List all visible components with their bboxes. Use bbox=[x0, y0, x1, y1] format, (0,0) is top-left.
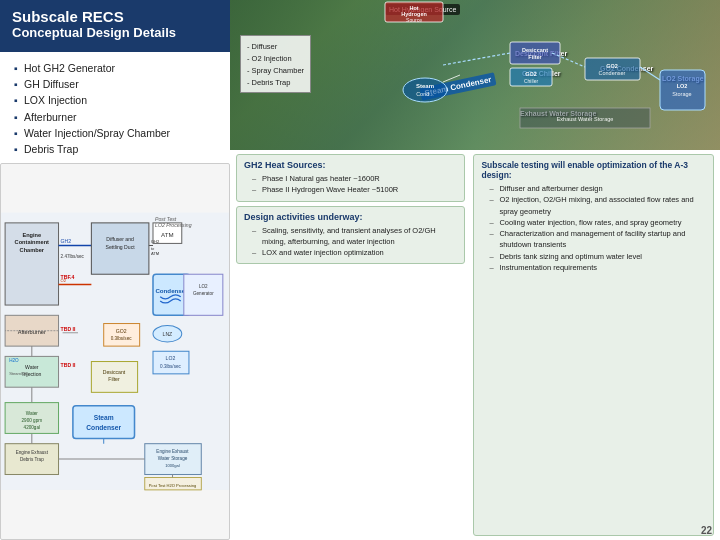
svg-text:0.3lbs/sec: 0.3lbs/sec bbox=[111, 336, 132, 341]
photo-list-item: - O2 Injection bbox=[247, 53, 304, 65]
svg-text:TBD II: TBD II bbox=[61, 362, 76, 368]
subscale-item: Debris tank sizing and optimum water lev… bbox=[481, 251, 706, 262]
gh2-item: Phase I Natural gas heater ~1600R bbox=[244, 173, 457, 184]
bottom-info: GH2 Heat Sources: Phase I Natural gas he… bbox=[230, 150, 720, 540]
hot-hydrogen-label: Hot Hydrogen Source bbox=[385, 4, 460, 15]
gh2-item: Phase II Hydrogen Wave Heater ~5100R bbox=[244, 184, 457, 195]
photo-list-item: - Debris Trap bbox=[247, 77, 304, 89]
svg-text:Generator: Generator bbox=[193, 291, 214, 296]
gh2-items-list: Phase I Natural gas heater ~1600RPhase I… bbox=[244, 173, 457, 196]
design-item: Scaling, sensitivity, and transient anal… bbox=[244, 225, 457, 248]
svg-text:Filter: Filter bbox=[108, 377, 120, 383]
svg-text:LO2: LO2 bbox=[199, 284, 208, 289]
svg-text:Condenser: Condenser bbox=[86, 425, 121, 432]
svg-text:GH2: GH2 bbox=[61, 239, 72, 245]
bullet-item: LOX Injection bbox=[14, 92, 220, 108]
bullet-item: Debris Trap bbox=[14, 141, 220, 157]
svg-text:LNZ: LNZ bbox=[163, 331, 173, 337]
svg-text:Engine: Engine bbox=[22, 233, 41, 239]
svg-text:Afterburner: Afterburner bbox=[18, 329, 46, 335]
photo-list-item: - Diffuser bbox=[247, 41, 304, 53]
svg-text:Diffuser and: Diffuser and bbox=[106, 237, 134, 243]
svg-text:Chamber: Chamber bbox=[20, 247, 45, 253]
svg-text:Condenser: Condenser bbox=[155, 287, 188, 294]
info-right-column: Subscale testing will enable optimizatio… bbox=[473, 154, 714, 536]
gh2-heat-box: GH2 Heat Sources: Phase I Natural gas he… bbox=[236, 154, 465, 202]
svg-text:LO2 Processing: LO2 Processing bbox=[155, 222, 192, 228]
bullet-item: Afterburner bbox=[14, 109, 220, 125]
subscale-item: Characterization and management of facil… bbox=[481, 228, 706, 251]
bullet-item: GH Diffuser bbox=[14, 76, 220, 92]
svg-text:TBD II: TBD II bbox=[61, 326, 76, 332]
subscale-box: Subscale testing will enable optimizatio… bbox=[473, 154, 714, 536]
svg-text:Water Storage: Water Storage bbox=[158, 457, 188, 462]
loz-storage-label: LO2 Storage bbox=[662, 75, 704, 82]
svg-text:O2: O2 bbox=[61, 279, 67, 284]
svg-text:1000gal: 1000gal bbox=[165, 464, 180, 469]
conceptual-title: Conceptual Design Details bbox=[12, 25, 218, 42]
design-item: LOX and water injection optimization bbox=[244, 247, 457, 258]
svg-text:Engine Exhaust: Engine Exhaust bbox=[16, 450, 49, 455]
exhaust-label: Exhaust Water Storage bbox=[520, 110, 596, 117]
svg-rect-47 bbox=[73, 406, 135, 439]
svg-text:Post Test H2O Processing: Post Test H2O Processing bbox=[149, 483, 197, 488]
svg-text:Water: Water bbox=[26, 411, 39, 416]
photo-list-item: - Spray Chamber bbox=[247, 65, 304, 77]
svg-text:2900 gpm: 2900 gpm bbox=[22, 419, 43, 424]
svg-text:ATM: ATM bbox=[151, 251, 160, 256]
svg-text:ATM: ATM bbox=[161, 232, 174, 239]
desiccant-filter-label: Desiccant Filter bbox=[515, 50, 567, 57]
items-list-box: - Diffuser- O2 Injection- Spray Chamber-… bbox=[240, 35, 311, 93]
subscale-box-title: Subscale testing will enable optimizatio… bbox=[481, 160, 706, 180]
subscale-item: Instrumentation requirements bbox=[481, 262, 706, 273]
svg-text:Settling Duct: Settling Duct bbox=[106, 244, 136, 250]
svg-text:H2O: H2O bbox=[9, 358, 19, 363]
subscale-items-list: Diffuser and afterburner designO2 inject… bbox=[481, 183, 706, 273]
svg-text:Post Test: Post Test bbox=[155, 216, 177, 222]
flow-diagram: Engine Containment Chamber GH2 2.47lbs/s… bbox=[0, 163, 230, 540]
subscale-item: Diffuser and afterburner design bbox=[481, 183, 706, 194]
svg-text:0.3lbs/sec: 0.3lbs/sec bbox=[160, 364, 181, 369]
gh2-box-title: GH2 Heat Sources: bbox=[244, 160, 457, 170]
design-box-title: Design activities underway: bbox=[244, 212, 457, 222]
svg-text:Containment: Containment bbox=[15, 240, 50, 246]
design-activities-box: Design activities underway: Scaling, sen… bbox=[236, 206, 465, 265]
svg-text:LO2: LO2 bbox=[166, 356, 176, 362]
svg-text:GO2: GO2 bbox=[116, 328, 127, 334]
subscale-title-text: Subscale testing will enable optimizatio… bbox=[481, 160, 688, 180]
bullet-item: Hot GH2 Generator bbox=[14, 60, 220, 76]
bullet-item: Water Injection/Spray Chamber bbox=[14, 125, 220, 141]
go2-chiller-label: GO2 Chiller bbox=[522, 70, 561, 77]
page-number: 22 bbox=[701, 525, 712, 536]
svg-text:Engine Exhaust: Engine Exhaust bbox=[156, 449, 189, 454]
svg-text:Debris Trap: Debris Trap bbox=[20, 458, 44, 463]
title-block: Subscale RECS Conceptual Design Details bbox=[0, 0, 230, 52]
left-panel: Subscale RECS Conceptual Design Details … bbox=[0, 0, 230, 540]
svg-text:4200gal: 4200gal bbox=[24, 426, 40, 431]
svg-text:Desiccant: Desiccant bbox=[103, 369, 126, 375]
svg-text:2.47lbs/sec: 2.47lbs/sec bbox=[61, 254, 85, 259]
facility-photo: Hot Hydrogen Source - Diffuser- O2 Injec… bbox=[230, 0, 720, 150]
go2-condenser-label: GO2 Condenser bbox=[600, 65, 653, 72]
subscale-item: O2 injection, O2/GH mixing, and associat… bbox=[481, 194, 706, 217]
info-left-column: GH2 Heat Sources: Phase I Natural gas he… bbox=[236, 154, 465, 536]
bullet-list: Hot GH2 GeneratorGH DiffuserLOX Injectio… bbox=[0, 52, 230, 164]
design-items-list: Scaling, sensitivity, and transient anal… bbox=[244, 225, 457, 259]
subscale-item: Cooling water injection, flow rates, and… bbox=[481, 217, 706, 228]
svg-text:Water: Water bbox=[25, 364, 39, 370]
subscale-title: Subscale RECS bbox=[12, 8, 218, 25]
svg-text:GH2: GH2 bbox=[151, 240, 160, 245]
svg-text:Steam/O2: Steam/O2 bbox=[9, 371, 28, 376]
right-panel: Hot Hydrogen Source - Diffuser- O2 Injec… bbox=[230, 0, 720, 540]
svg-text:Steam: Steam bbox=[94, 415, 114, 422]
